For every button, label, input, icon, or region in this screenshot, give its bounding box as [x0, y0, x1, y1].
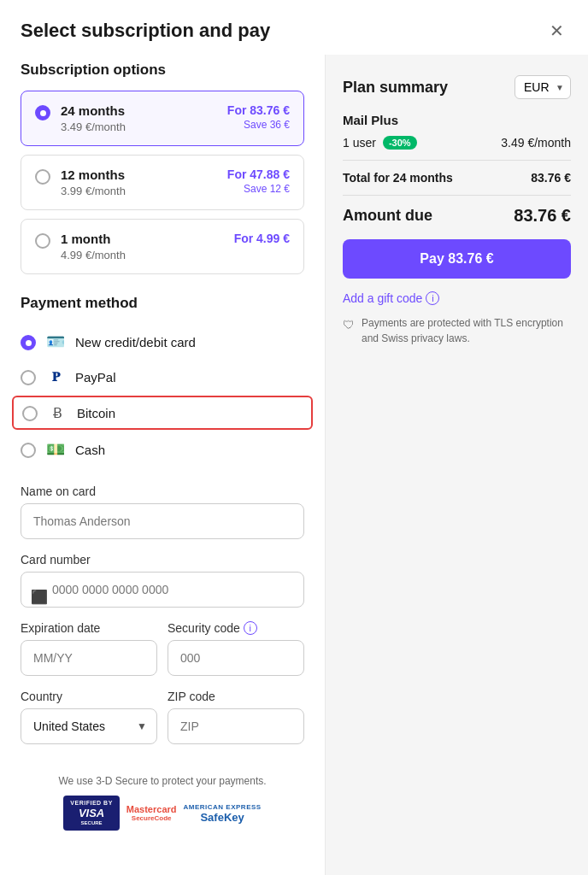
amount-due-value: 83.76 €	[514, 206, 571, 226]
radio-bitcoin	[22, 406, 38, 421]
bitcoin-icon: Ƀ	[48, 405, 67, 421]
payment-section: Payment method 🪪 New credit/debit card 𝐏…	[21, 295, 304, 467]
currency-wrapper: EUR USD GBP ▼	[514, 75, 571, 99]
gift-code-label: Add a gift code	[343, 291, 422, 305]
sub-label-12months: 12 months	[61, 167, 126, 182]
amount-divider	[343, 195, 571, 196]
payment-option-paypal[interactable]: 𝐏 PayPal	[21, 360, 304, 394]
visa-logo: VERIFIED BY VISA SECURE	[63, 796, 119, 831]
mastercard-securecode: SecureCode	[126, 814, 177, 822]
subscription-section-title: Subscription options	[21, 62, 304, 79]
cash-icon: 💵	[46, 440, 65, 459]
sub-left-1month: 1 month 4.99 €/month	[61, 232, 126, 261]
payment-label-card: New credit/debit card	[75, 335, 196, 349]
total-row: Total for 24 months 83.76 €	[343, 171, 571, 185]
sub-total-24months: For 83.76 €	[227, 103, 290, 117]
name-label: Name on card	[21, 484, 304, 498]
gift-code-link[interactable]: Add a gift code i	[343, 291, 439, 305]
payment-option-cash[interactable]: 💵 Cash	[21, 432, 304, 467]
expiry-field: Expiration date	[21, 621, 157, 690]
sub-save-24months: Save 36 €	[227, 119, 290, 131]
right-panel: Plan summary EUR USD GBP ▼ Mail Plus 1 u…	[325, 55, 588, 875]
sub-price-12months: 3.99 €/month	[61, 185, 126, 197]
country-label: Country	[21, 690, 157, 703]
mastercard-text: Mastercard	[126, 804, 177, 814]
payment-option-bitcoin[interactable]: Ƀ Bitcoin	[12, 396, 313, 430]
sub-save-12months: Save 12 €	[227, 183, 290, 195]
modal-header: Select subscription and pay ✕	[0, 0, 588, 55]
user-plan-label: 1 user -30%	[343, 136, 417, 150]
discount-badge: -30%	[383, 136, 417, 150]
card-input-wrapper: ⬛	[21, 572, 304, 621]
gift-info-icon[interactable]: i	[426, 291, 439, 305]
gift-code-row: Add a gift code i	[343, 291, 571, 315]
expiry-label: Expiration date	[21, 621, 157, 635]
sub-option-content-24months: 24 months 3.49 €/month For 83.76 € Save …	[61, 103, 290, 133]
modal-body: Subscription options 24 months 3.49 €/mo…	[0, 55, 588, 875]
sub-right-1month: For 4.99 €	[234, 232, 290, 245]
total-value: 83.76 €	[531, 171, 571, 185]
amount-due-row: Amount due 83.76 €	[343, 206, 571, 226]
country-field: Country United States Canada United King…	[21, 690, 157, 758]
sub-option-content-12months: 12 months 3.99 €/month For 47.88 € Save …	[61, 167, 290, 197]
pay-button[interactable]: Pay 83.76 €	[343, 239, 571, 279]
sub-label-1month: 1 month	[61, 232, 126, 246]
shield-icon: 🛡	[343, 316, 355, 334]
zip-input[interactable]	[168, 708, 304, 744]
modal-title: Select subscription and pay	[21, 20, 270, 42]
mastercard-logo: Mastercard SecureCode	[126, 804, 177, 822]
security-info-icon[interactable]: i	[244, 621, 257, 635]
card-label: Card number	[21, 553, 304, 567]
close-button[interactable]: ✕	[546, 17, 567, 44]
subscription-option-12months[interactable]: 12 months 3.99 €/month For 47.88 € Save …	[21, 155, 304, 210]
expiry-input[interactable]	[21, 640, 157, 676]
subscription-option-24months[interactable]: 24 months 3.49 €/month For 83.76 € Save …	[21, 91, 304, 146]
security-note-text: Payments are protected with TLS encrypti…	[362, 315, 571, 346]
payment-option-card[interactable]: 🪪 New credit/debit card	[21, 324, 304, 360]
left-panel: Subscription options 24 months 3.49 €/mo…	[0, 55, 325, 875]
security-label: Security code i	[168, 621, 304, 635]
visa-secure-label: SECURE	[70, 820, 112, 826]
zip-label: ZIP code	[168, 690, 304, 703]
sub-right-12months: For 47.88 € Save 12 €	[227, 167, 290, 195]
radio-1month	[35, 233, 50, 249]
sub-right-24months: For 83.76 € Save 36 €	[227, 103, 290, 131]
country-select[interactable]: United States Canada United Kingdom Germ…	[21, 708, 157, 744]
country-select-wrapper: United States Canada United Kingdom Germ…	[21, 708, 157, 744]
expiry-security-row: Expiration date Security code i	[21, 621, 304, 690]
payment-label-cash: Cash	[75, 443, 105, 457]
radio-24months	[35, 105, 50, 120]
card-number-icon: ⬛	[31, 589, 48, 605]
radio-12months	[35, 169, 50, 185]
security-input[interactable]	[168, 640, 304, 676]
amount-due-label: Amount due	[343, 207, 432, 225]
subscription-option-1month[interactable]: 1 month 4.99 €/month For 4.99 €	[21, 219, 304, 274]
payment-section-title: Payment method	[21, 295, 304, 312]
sub-label-24months: 24 months	[61, 103, 126, 118]
sub-total-1month: For 4.99 €	[234, 232, 290, 245]
amex-text: AMERICAN EXPRESS	[184, 803, 262, 811]
visa-secure-text: VERIFIED BY	[70, 800, 112, 807]
card-number-input[interactable]	[21, 572, 304, 608]
card-icon: 🪪	[46, 332, 65, 351]
sub-price-1month: 4.99 €/month	[61, 249, 126, 261]
amex-safekey: SafeKey	[184, 811, 262, 824]
sub-price-24months: 3.49 €/month	[61, 120, 126, 133]
currency-select[interactable]: EUR USD GBP	[514, 75, 571, 99]
radio-card	[21, 335, 36, 350]
payment-label-bitcoin: Bitcoin	[77, 406, 115, 420]
user-count: 1 user	[343, 136, 376, 150]
amex-logo: AMERICAN EXPRESS SafeKey	[184, 803, 262, 824]
visa-wordmark: VISA	[70, 807, 112, 820]
radio-paypal	[21, 370, 36, 385]
form-section: Name on card Card number ⬛ Expiration da…	[21, 484, 304, 758]
total-label: Total for 24 months	[343, 171, 453, 185]
zip-field: ZIP code	[168, 690, 304, 758]
footer-security-text: We use 3-D Secure to protect your paymen…	[21, 775, 304, 787]
name-input[interactable]	[21, 503, 304, 539]
security-note: 🛡 Payments are protected with TLS encryp…	[343, 315, 571, 346]
security-field: Security code i	[168, 621, 304, 690]
sub-total-12months: For 47.88 €	[227, 167, 290, 181]
user-plan-price: 3.49 €/month	[501, 136, 571, 150]
paypal-icon: 𝐏	[46, 369, 65, 385]
